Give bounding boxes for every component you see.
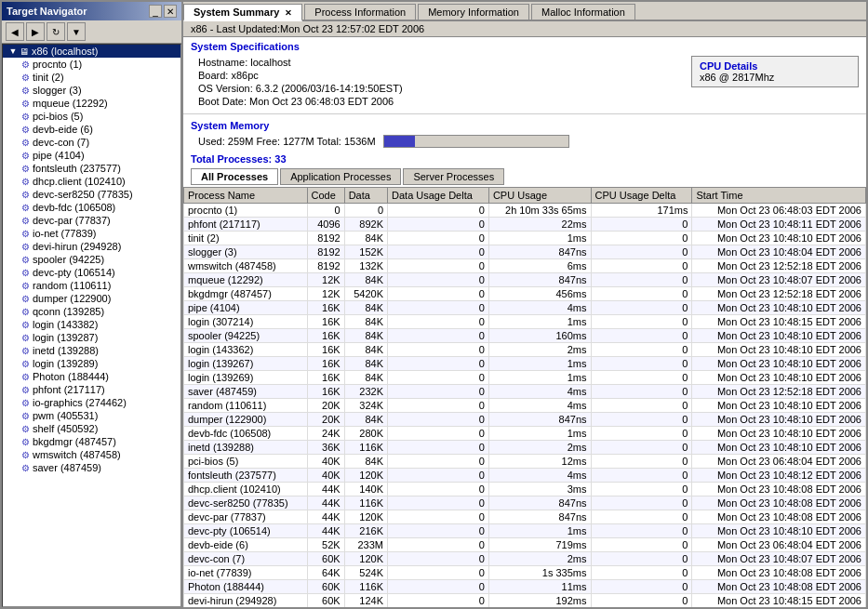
table-row[interactable]: login (139269)16K84K01ms0Mon Oct 23 10:4…	[184, 371, 866, 385]
table-row[interactable]: devc-pty (106514)44K216K01ms0Mon Oct 23 …	[184, 524, 866, 538]
refresh-button[interactable]: ↻	[47, 22, 65, 41]
tab-malloc-information[interactable]: Malloc Information	[531, 4, 635, 20]
table-row[interactable]: io-net (77839)64K524K01s 335ms0Mon Oct 2…	[184, 566, 866, 580]
table-cell: Mon Oct 23 10:48:10 EDT 2006	[692, 441, 866, 455]
tree-child-item[interactable]: ⚙pipe (4104)	[3, 149, 180, 162]
tab-system-summary[interactable]: System Summary✕	[183, 4, 302, 21]
tab-close-icon[interactable]: ✕	[285, 8, 292, 18]
table-cell: 8192	[307, 245, 344, 259]
table-column-header[interactable]: Data	[344, 188, 387, 204]
tree-child-item[interactable]: ⚙pci-bios (5)	[3, 110, 180, 123]
tree-child-item[interactable]: ⚙tinit (2)	[3, 71, 180, 84]
table-row[interactable]: devb-fdc (106508)24K280K01ms0Mon Oct 23 …	[184, 427, 866, 441]
tree-child-item[interactable]: ⚙qconn (139285)	[3, 305, 180, 318]
table-row[interactable]: login (143362)16K84K02ms0Mon Oct 23 10:4…	[184, 343, 866, 357]
tree-root-item[interactable]: ▼🖥x86 (localhost)	[3, 45, 180, 58]
tab-memory-information[interactable]: Memory Information	[418, 4, 529, 20]
table-row[interactable]: wmswitch (487458)8192132K06ms0Mon Oct 23…	[184, 259, 866, 273]
table-row[interactable]: random (110611)20K324K04ms0Mon Oct 23 10…	[184, 399, 866, 413]
table-cell: 0	[591, 315, 692, 329]
table-column-header[interactable]: Code	[307, 188, 344, 204]
tree-child-item[interactable]: ⚙dhcp.client (102410)	[3, 175, 180, 188]
table-cell: 12K	[307, 273, 344, 287]
table-row[interactable]: slogger (3)8192152K0847ns0Mon Oct 23 10:…	[184, 245, 866, 259]
tree-child-item[interactable]: ⚙devc-pty (106514)	[3, 266, 180, 279]
tree-child-item[interactable]: ⚙devc-par (77837)	[3, 214, 180, 227]
tree-child-item[interactable]: ⚙pwm (405531)	[3, 409, 180, 422]
table-row[interactable]: spooler (94225)16K84K0160ms0Mon Oct 23 1…	[184, 329, 866, 343]
table-row[interactable]: pci-bios (5)40K84K012ms0Mon Oct 23 06:48…	[184, 455, 866, 469]
tree-child-item[interactable]: ⚙devc-ser8250 (77835)	[3, 188, 180, 201]
table-cell: 847ns	[488, 273, 591, 287]
table-column-header[interactable]: CPU Usage Delta	[591, 188, 692, 204]
table-row[interactable]: devi-hirun (294928)60K124K0192ms0Mon Oct…	[184, 594, 866, 608]
tab-process-information[interactable]: Process Information	[304, 4, 416, 20]
tree-child-item[interactable]: ⚙saver (487459)	[3, 461, 180, 474]
tree-toggle[interactable]: ▼	[7, 46, 20, 56]
process-tab-serverprocesses[interactable]: Server Processes	[403, 168, 504, 185]
tree-child-item[interactable]: ⚙login (139289)	[3, 357, 180, 370]
tree-child-item[interactable]: ⚙devi-hirun (294928)	[3, 240, 180, 253]
table-cell: procnto (1)	[184, 204, 308, 218]
tree-child-item[interactable]: ⚙spooler (94225)	[3, 253, 180, 266]
table-column-header[interactable]: Start Time	[692, 188, 866, 204]
table-row[interactable]: login (307214)16K84K01ms0Mon Oct 23 10:4…	[184, 315, 866, 329]
table-row[interactable]: fontsleuth (237577)40K120K04ms0Mon Oct 2…	[184, 469, 866, 483]
table-row[interactable]: devc-ser8250 (77835)44K116K0847ns0Mon Oc…	[184, 496, 866, 510]
tree-child-item[interactable]: ⚙fontsleuth (237577)	[3, 162, 180, 175]
table-column-header[interactable]: CPU Usage	[488, 188, 591, 204]
tree-child-item[interactable]: ⚙login (143382)	[3, 318, 180, 331]
process-tab-applicationprocesses[interactable]: Application Processes	[280, 168, 401, 185]
table-cell: 20K	[307, 399, 344, 413]
table-row[interactable]: Photon (188444)60K116K011ms0Mon Oct 23 1…	[184, 580, 866, 594]
tree-child-item[interactable]: ⚙inetd (139288)	[3, 344, 180, 357]
table-row[interactable]: login (139267)16K84K01ms0Mon Oct 23 10:4…	[184, 357, 866, 371]
table-row[interactable]: tinit (2)819284K01ms0Mon Oct 23 10:48:10…	[184, 232, 866, 245]
table-row[interactable]: procnto (1)0002h 10m 33s 65ms171msMon Oc…	[184, 204, 866, 218]
table-cell: 40K	[307, 455, 344, 469]
tree-child-item[interactable]: ⚙devb-eide (6)	[3, 123, 180, 136]
target-navigator-minimize[interactable]: _	[149, 5, 162, 18]
tree-child-item[interactable]: ⚙mqueue (12292)	[3, 97, 180, 110]
table-row[interactable]: dumper (122900)20K84K0847ns0Mon Oct 23 1…	[184, 413, 866, 427]
table-column-header[interactable]: Data Usage Delta	[388, 188, 489, 204]
tree-child-item[interactable]: ⚙wmswitch (487458)	[3, 448, 180, 461]
tree-child-item[interactable]: ⚙io-net (77839)	[3, 227, 180, 240]
table-cell: 36K	[307, 441, 344, 455]
table-column-header[interactable]: Process Name	[184, 188, 308, 204]
table-row[interactable]: devc-par (77837)44K120K0847ns0Mon Oct 23…	[184, 510, 866, 524]
table-row[interactable]: devc-con (7)60K120K02ms0Mon Oct 23 10:48…	[184, 552, 866, 566]
back-button[interactable]: ◀	[6, 22, 24, 41]
tree-child-item[interactable]: ⚙io-graphics (274462)	[3, 396, 180, 409]
table-cell: 847ns	[488, 413, 591, 427]
table-row[interactable]: phfont (217117)4096892K022ms0Mon Oct 23 …	[184, 218, 866, 232]
menu-button[interactable]: ▼	[67, 22, 86, 41]
tree-child-item[interactable]: ⚙bkgdmgr (487457)	[3, 435, 180, 448]
table-row[interactable]: inetd (139288)36K116K02ms0Mon Oct 23 10:…	[184, 441, 866, 455]
tree-child-item[interactable]: ⚙shelf (450592)	[3, 422, 180, 435]
process-table-container[interactable]: Process NameCodeDataData Usage DeltaCPU …	[183, 187, 866, 607]
table-row[interactable]: bkgdmgr (487457)12K5420K0456ms0Mon Oct 2…	[184, 287, 866, 301]
tree-child-item[interactable]: ⚙procnto (1)	[3, 58, 180, 71]
table-cell: 0	[591, 510, 692, 524]
process-tab-allprocesses[interactable]: All Processes	[191, 168, 278, 185]
tree-child-item[interactable]: ⚙devb-fdc (106508)	[3, 201, 180, 214]
tree-child-label: slogger (3)	[33, 85, 82, 96]
tree-child-item[interactable]: ⚙Photon (188444)	[3, 370, 180, 383]
table-row[interactable]: devb-eide (6)52K233M0719ms0Mon Oct 23 06…	[184, 538, 866, 552]
table-row[interactable]: saver (487459)16K232K04ms0Mon Oct 23 12:…	[184, 385, 866, 399]
tree-child-item[interactable]: ⚙dumper (122900)	[3, 292, 180, 305]
tree-child-item[interactable]: ⚙slogger (3)	[3, 84, 180, 97]
tree-child-item[interactable]: ⚙login (139287)	[3, 331, 180, 344]
tree-child-item[interactable]: ⚙devc-con (7)	[3, 136, 180, 149]
forward-button[interactable]: ▶	[26, 22, 45, 41]
tree-child-item[interactable]: ⚙random (110611)	[3, 279, 180, 292]
table-cell: 120K	[344, 552, 387, 566]
os-version-row: OS Version: 6.3.2 (2006/03/16-14:19:50ES…	[198, 82, 673, 95]
table-cell: 8192	[307, 259, 344, 273]
table-row[interactable]: pipe (4104)16K84K04ms0Mon Oct 23 10:48:1…	[184, 301, 866, 315]
table-row[interactable]: mqueue (12292)12K84K0847ns0Mon Oct 23 10…	[184, 273, 866, 287]
table-row[interactable]: dhcp.client (102410)44K140K03ms0Mon Oct …	[184, 483, 866, 496]
target-navigator-close[interactable]: ✕	[164, 5, 177, 18]
tree-child-item[interactable]: ⚙phfont (217117)	[3, 383, 180, 396]
